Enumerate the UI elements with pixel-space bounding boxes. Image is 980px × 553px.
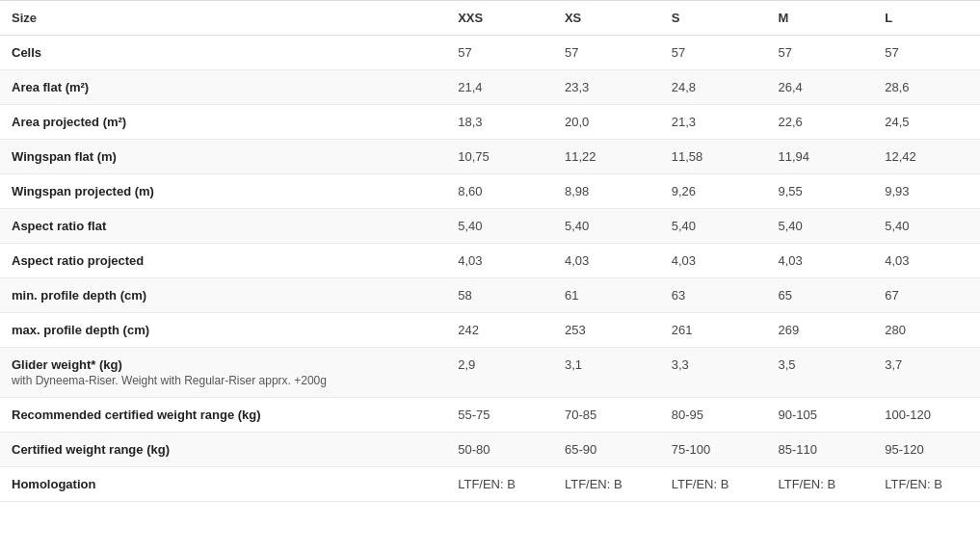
row-s: 4,03 (660, 244, 767, 278)
header-l: L (873, 1, 980, 36)
row-xxs: 50-80 (446, 433, 553, 467)
row-xxs: 10,75 (446, 140, 553, 174)
row-m: 4,03 (766, 244, 873, 278)
row-m: 5,40 (766, 209, 873, 244)
row-l: 280 (873, 313, 980, 348)
specs-table: Size XXS XS S M L Cells5757575757Area fl… (0, 0, 980, 502)
row-s: 57 (660, 36, 767, 70)
row-xs: LTF/EN: B (553, 467, 660, 502)
table-row: HomologationLTF/EN: BLTF/EN: BLTF/EN: BL… (0, 467, 980, 502)
row-xxs: LTF/EN: B (446, 467, 553, 502)
header-row: Size XXS XS S M L (0, 1, 980, 36)
row-m: 65 (766, 278, 873, 313)
row-xxs: 21,4 (446, 70, 553, 105)
row-xs: 70-85 (553, 398, 660, 433)
row-xs: 20,0 (553, 105, 660, 140)
row-s: 80-95 (660, 398, 767, 433)
row-label: Aspect ratio flat (0, 209, 446, 244)
row-xxs: 5,40 (446, 209, 553, 244)
header-m: M (766, 1, 873, 36)
row-m: LTF/EN: B (766, 467, 873, 502)
row-xs: 4,03 (553, 244, 660, 278)
row-note: with Dyneema-Riser. Weight with Regular-… (12, 374, 435, 387)
row-s: 5,40 (660, 209, 767, 244)
table-row: Recommended certified weight range (kg)5… (0, 398, 980, 433)
row-label: max. profile depth (cm) (0, 313, 446, 348)
table-row: max. profile depth (cm)242253261269280 (0, 313, 980, 348)
row-xs: 57 (553, 36, 660, 70)
row-label: Glider weight* (kg)with Dyneema-Riser. W… (0, 348, 446, 398)
row-s: 11,58 (660, 140, 767, 174)
row-label: min. profile depth (cm) (0, 278, 446, 313)
row-s: 75-100 (660, 433, 767, 467)
table-row: Area projected (m²)18,320,021,322,624,5 (0, 105, 980, 140)
row-xs: 8,98 (553, 174, 660, 209)
row-m: 26,4 (766, 70, 873, 105)
header-s: S (660, 1, 767, 36)
row-m: 3,5 (766, 348, 873, 398)
row-l: 5,40 (873, 209, 980, 244)
row-l: 4,03 (873, 244, 980, 278)
row-s: LTF/EN: B (660, 467, 767, 502)
table-row: min. profile depth (cm)5861636567 (0, 278, 980, 313)
table-row: Cells5757575757 (0, 36, 980, 70)
row-xxs: 4,03 (446, 244, 553, 278)
row-l: LTF/EN: B (873, 467, 980, 502)
row-label: Certified weight range (kg) (0, 433, 446, 467)
row-xs: 5,40 (553, 209, 660, 244)
row-xs: 65-90 (553, 433, 660, 467)
row-m: 57 (766, 36, 873, 70)
row-l: 24,5 (873, 105, 980, 140)
row-s: 24,8 (660, 70, 767, 105)
row-label: Homologation (0, 467, 446, 502)
row-l: 12,42 (873, 140, 980, 174)
row-xs: 11,22 (553, 140, 660, 174)
row-l: 100-120 (873, 398, 980, 433)
row-xs: 253 (553, 313, 660, 348)
row-label: Wingspan flat (m) (0, 140, 446, 174)
row-s: 3,3 (660, 348, 767, 398)
row-s: 261 (660, 313, 767, 348)
row-xs: 3,1 (553, 348, 660, 398)
row-xxs: 18,3 (446, 105, 553, 140)
row-xxs: 57 (446, 36, 553, 70)
table-row: Aspect ratio projected4,034,034,034,034,… (0, 244, 980, 278)
row-label: Wingspan projected (m) (0, 174, 446, 209)
row-xs: 23,3 (553, 70, 660, 105)
header-xs: XS (553, 1, 660, 36)
row-label: Area flat (m²) (0, 70, 446, 105)
row-s: 9,26 (660, 174, 767, 209)
row-l: 28,6 (873, 70, 980, 105)
row-m: 85-110 (766, 433, 873, 467)
row-m: 269 (766, 313, 873, 348)
row-xxs: 58 (446, 278, 553, 313)
row-l: 67 (873, 278, 980, 313)
row-s: 63 (660, 278, 767, 313)
row-m: 90-105 (766, 398, 873, 433)
row-l: 57 (873, 36, 980, 70)
row-xxs: 2,9 (446, 348, 553, 398)
table-row: Glider weight* (kg)with Dyneema-Riser. W… (0, 348, 980, 398)
header-size: Size (0, 1, 446, 36)
row-l: 9,93 (873, 174, 980, 209)
table-row: Wingspan projected (m)8,608,989,269,559,… (0, 174, 980, 209)
row-label: Cells (0, 36, 446, 70)
row-l: 95-120 (873, 433, 980, 467)
row-label: Recommended certified weight range (kg) (0, 398, 446, 433)
row-s: 21,3 (660, 105, 767, 140)
row-xxs: 242 (446, 313, 553, 348)
table-row: Wingspan flat (m)10,7511,2211,5811,9412,… (0, 140, 980, 174)
row-xxs: 55-75 (446, 398, 553, 433)
row-l: 3,7 (873, 348, 980, 398)
table-row: Area flat (m²)21,423,324,826,428,6 (0, 70, 980, 105)
row-xs: 61 (553, 278, 660, 313)
table-row: Aspect ratio flat5,405,405,405,405,40 (0, 209, 980, 244)
row-label: Aspect ratio projected (0, 244, 446, 278)
row-m: 9,55 (766, 174, 873, 209)
row-m: 22,6 (766, 105, 873, 140)
row-m: 11,94 (766, 140, 873, 174)
row-label: Area projected (m²) (0, 105, 446, 140)
header-xxs: XXS (446, 1, 553, 36)
row-xxs: 8,60 (446, 174, 553, 209)
table-row: Certified weight range (kg)50-8065-9075-… (0, 433, 980, 467)
